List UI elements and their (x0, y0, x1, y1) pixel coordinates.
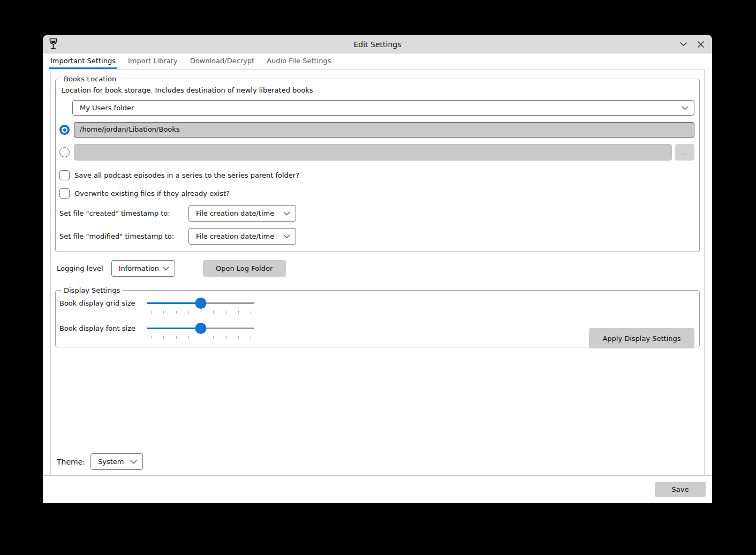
slider-track-filled (147, 328, 201, 329)
tab-important-settings[interactable]: Important Settings (49, 54, 117, 69)
slider-track-empty (201, 328, 254, 329)
created-timestamp-label: Set file "created" timestamp to: (59, 209, 188, 217)
slider-ticks (151, 336, 251, 339)
dialog-footer: Save (43, 475, 712, 503)
custom-path-radio[interactable] (59, 147, 70, 157)
books-path-field[interactable]: /home/jordan/Libation/Books (74, 122, 694, 138)
logging-row: Logging level Information Open Log Folde… (57, 260, 700, 277)
modified-timestamp-label: Set file "modified" timestamp to: (59, 232, 188, 240)
title-bar[interactable]: Edit Settings (43, 35, 712, 54)
window-controls (679, 35, 705, 54)
custom-path-field[interactable] (74, 144, 672, 161)
books-location-template-select[interactable]: My Users folder (72, 100, 694, 116)
open-log-folder-button[interactable]: Open Log Folder (203, 260, 286, 277)
apply-display-settings-button[interactable]: Apply Display Settings (589, 328, 694, 348)
overwrite-files-checkbox[interactable] (59, 188, 70, 199)
chevron-down-icon (130, 460, 137, 464)
minimize-chevron-down-icon[interactable] (679, 40, 687, 49)
chevron-down-icon (283, 234, 290, 239)
tab-import-library[interactable]: Import Library (127, 54, 179, 69)
theme-label: Theme: (57, 458, 85, 466)
edit-settings-window: Edit Settings Important Settings Import … (43, 35, 712, 503)
grid-size-slider[interactable] (147, 297, 254, 315)
default-path-row: /home/jordan/Libation/Books (59, 122, 694, 138)
important-settings-panel: Books Location Location for book storage… (50, 69, 705, 475)
logging-level-select[interactable]: Information (111, 260, 175, 277)
chevron-down-icon (162, 267, 169, 271)
default-path-radio[interactable] (59, 125, 70, 135)
tab-audio-file-settings[interactable]: Audio File Settings (266, 54, 332, 69)
slider-track-empty (201, 302, 254, 304)
wine-glass-icon (49, 38, 58, 50)
modified-timestamp-row: Set file "modified" timestamp to: File c… (59, 228, 694, 245)
font-size-slider[interactable] (147, 322, 254, 340)
window-title: Edit Settings (43, 40, 712, 49)
chevron-down-icon (682, 106, 689, 110)
theme-value: System (98, 458, 127, 466)
grid-size-slider-thumb[interactable] (195, 298, 207, 309)
close-icon[interactable] (697, 40, 705, 49)
logging-level-value: Information (119, 264, 159, 272)
created-timestamp-value: File creation date/time (196, 209, 280, 217)
created-timestamp-row: Set file "created" timestamp to: File cr… (59, 205, 694, 222)
overwrite-checkbox-label: Overwrite existing files if they already… (74, 189, 230, 197)
font-size-label: Book display font size (59, 322, 147, 332)
theme-select[interactable]: System (90, 453, 143, 470)
tab-strip: Important Settings Import Library Downlo… (43, 54, 712, 69)
logging-level-label: Logging level (57, 264, 103, 272)
books-location-legend: Books Location (61, 75, 119, 83)
podcast-checkbox-row: Save all podcast episodes in a series to… (59, 170, 694, 180)
books-location-template-value: My Users folder (80, 104, 678, 112)
podcast-series-checkbox[interactable] (59, 170, 70, 180)
books-location-description: Location for book storage. Includes dest… (62, 86, 694, 94)
overwrite-checkbox-row: Overwrite existing files if they already… (59, 188, 694, 199)
slider-ticks (151, 311, 251, 314)
slider-track-filled (147, 302, 201, 304)
chevron-down-icon (283, 211, 290, 216)
tab-download-decrypt[interactable]: Download/Decrypt (189, 54, 256, 69)
modified-timestamp-select[interactable]: File creation date/time (188, 228, 296, 245)
custom-path-row: ... (59, 144, 694, 161)
display-settings-group: Display Settings Book display grid size … (55, 286, 700, 347)
grid-size-row: Book display grid size (59, 297, 694, 315)
browse-button[interactable]: ... (675, 144, 694, 161)
books-location-group: Books Location Location for book storage… (55, 75, 700, 252)
display-settings-legend: Display Settings (61, 286, 123, 294)
modified-timestamp-value: File creation date/time (196, 232, 280, 240)
podcast-checkbox-label: Save all podcast episodes in a series to… (74, 171, 299, 179)
created-timestamp-select[interactable]: File creation date/time (188, 205, 296, 222)
font-size-slider-thumb[interactable] (195, 323, 207, 334)
theme-row: Theme: System (57, 453, 143, 470)
save-button[interactable]: Save (655, 482, 706, 497)
grid-size-label: Book display grid size (59, 297, 147, 307)
